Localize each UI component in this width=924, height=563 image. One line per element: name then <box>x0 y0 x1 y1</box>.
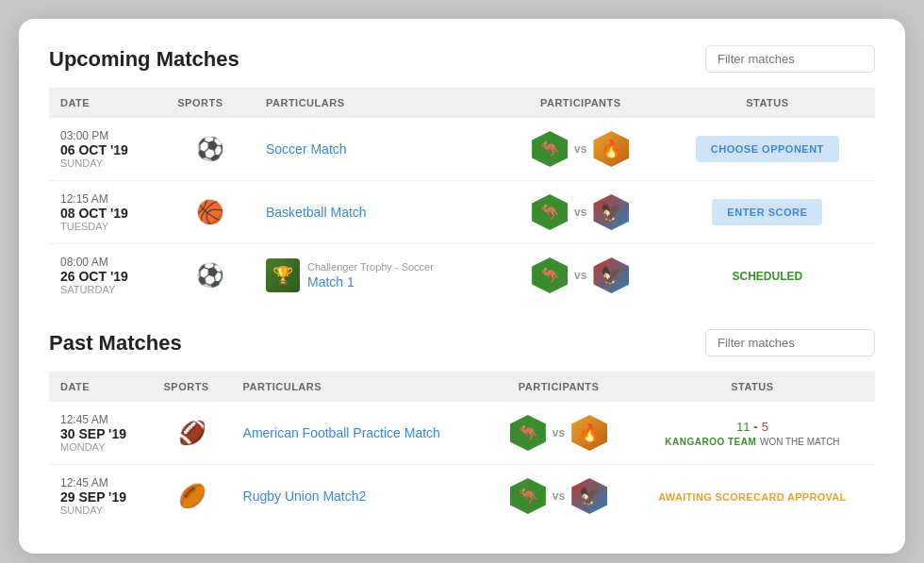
upcoming-table: DATE SPORTS PARTICULARS PARTICIPANTS STA… <box>49 88 875 306</box>
match-link[interactable]: Soccer Match <box>266 141 347 157</box>
team2-hex: 🦅 <box>592 193 630 231</box>
match-date: 06 OCT '19 <box>60 142 155 157</box>
team1-hex: 🦘 <box>509 477 547 515</box>
sport-cell: 🏈 <box>152 402 231 465</box>
particulars-cell: Rugby Union Match2 <box>232 465 488 528</box>
team1-hex: 🦘 <box>531 130 569 168</box>
match-date: 08 OCT '19 <box>60 206 155 221</box>
match-day: SUNDAY <box>60 505 140 516</box>
match-day: MONDAY <box>60 441 140 453</box>
vs-text: vs <box>553 489 565 503</box>
team1-hex: 🦘 <box>531 257 569 294</box>
upcoming-header-row: DATE SPORTS PARTICULARS PARTICIPANTS STA… <box>49 88 875 118</box>
match-link[interactable]: Match 1 <box>307 274 434 290</box>
match-day: SATURDAY <box>60 284 155 295</box>
col-date-past: DATE <box>49 372 152 402</box>
match-time: 03:00 PM <box>60 129 155 142</box>
match-date: 29 SEP '19 <box>60 489 140 505</box>
match-day: SUNDAY <box>60 157 155 169</box>
col-sports-upcoming: SPORTS <box>166 88 255 118</box>
trophy-badge: 🏆 <box>266 258 300 292</box>
match-time: 08:00 AM <box>60 256 155 269</box>
table-row: 12:45 AM 30 SEP '19 MONDAY 🏈 American Fo… <box>49 402 875 465</box>
team1-logo: 🦘 <box>532 257 568 293</box>
date-cell: 12:45 AM 29 SEP '19 SUNDAY <box>49 465 152 528</box>
choose-opponent-button[interactable]: CHOOSE OPPONENT <box>696 136 839 162</box>
col-date-upcoming: DATE <box>49 88 166 118</box>
table-row: 12:15 AM 08 OCT '19 TUESDAY 🏀 Basketball… <box>49 181 875 244</box>
date-cell: 12:15 AM 08 OCT '19 TUESDAY <box>49 181 166 244</box>
vs-text: vs <box>553 426 565 439</box>
basketball-icon: 🏀 <box>196 199 224 224</box>
enter-score-button[interactable]: ENTER SCORE <box>712 199 822 225</box>
particulars-cell: Basketball Match <box>255 181 502 244</box>
col-status-past: STATUS <box>630 372 875 402</box>
participants-cell: 🦘 vs 🔥 <box>487 402 630 465</box>
team2-logo: 🔥 <box>571 415 607 451</box>
match-link[interactable]: Basketball Match <box>266 205 367 220</box>
upcoming-filter-input[interactable] <box>705 45 875 73</box>
score-status: 11 - 5 KANGAROO TEAM WON THE MATCH <box>641 419 864 448</box>
date-cell: 12:45 AM 30 SEP '19 MONDAY <box>49 402 152 465</box>
team2-logo: 🔥 <box>593 131 629 167</box>
table-row: 03:00 PM 06 OCT '19 SUNDAY ⚽ Soccer Matc… <box>49 118 875 181</box>
upcoming-title: Upcoming Matches <box>49 47 239 72</box>
score-team-label: KANGAROO TEAM <box>665 437 756 447</box>
status-cell: AWAITING SCORECARD APPROVAL <box>630 465 875 528</box>
past-header-row: DATE SPORTS PARTICULARS PARTICIPANTS STA… <box>49 372 875 402</box>
scheduled-status: SCHEDULED <box>733 270 803 283</box>
sport-cell: 🏉 <box>152 465 231 528</box>
col-participants-upcoming: PARTICIPANTS <box>502 88 660 118</box>
sport-cell: ⚽ <box>166 118 255 181</box>
score-loser: 5 <box>762 420 768 434</box>
match-sub: Challenger Trophy - Soccer <box>307 261 434 273</box>
soccer-icon: ⚽ <box>196 136 224 161</box>
team2-hex: 🦅 <box>592 257 630 294</box>
status-cell: 11 - 5 KANGAROO TEAM WON THE MATCH <box>630 402 875 465</box>
soccer-icon: ⚽ <box>196 262 224 288</box>
team1-logo: 🦘 <box>532 194 568 230</box>
table-row: 12:45 AM 29 SEP '19 SUNDAY 🏉 Rugby Union… <box>49 465 875 528</box>
team2-hex: 🔥 <box>592 130 630 168</box>
match-date: 30 SEP '19 <box>60 426 140 441</box>
score-won-label: WON THE MATCH <box>760 437 840 447</box>
team1-logo: 🦘 <box>532 131 568 167</box>
match-link[interactable]: Rugby Union Match2 <box>243 488 367 504</box>
vs-text: vs <box>574 142 586 156</box>
participants-cell: 🦘 vs 🦅 <box>502 181 660 244</box>
participants-cell: 🦘 vs 🔥 <box>502 118 660 181</box>
team1-logo: 🦘 <box>510 478 546 514</box>
col-status-upcoming: STATUS <box>660 88 875 118</box>
particulars-cell: 🏆 Challenger Trophy - Soccer Match 1 <box>255 244 502 307</box>
past-filter-input[interactable] <box>705 329 875 356</box>
past-table: DATE SPORTS PARTICULARS PARTICIPANTS STA… <box>49 372 875 527</box>
table-row: 08:00 AM 26 OCT '19 SATURDAY ⚽ 🏆 Challen… <box>49 244 875 307</box>
rugby-icon: 🏉 <box>178 483 206 508</box>
main-card: Upcoming Matches DATE SPORTS PARTICULARS… <box>19 19 905 554</box>
status-cell: SCHEDULED <box>660 244 875 307</box>
team1-logo: 🦘 <box>510 415 546 451</box>
col-particulars-upcoming: PARTICULARS <box>255 88 502 118</box>
col-participants-past: PARTICIPANTS <box>487 372 630 402</box>
past-title: Past Matches <box>49 331 182 356</box>
upcoming-header: Upcoming Matches <box>49 45 875 73</box>
match-day: TUESDAY <box>60 221 155 232</box>
match-link[interactable]: American Football Practice Match <box>243 425 440 440</box>
status-cell: ENTER SCORE <box>660 181 875 244</box>
col-sports-past: SPORTS <box>152 372 231 402</box>
date-cell: 08:00 AM 26 OCT '19 SATURDAY <box>49 244 166 307</box>
match-time: 12:45 AM <box>60 476 140 489</box>
match-time: 12:15 AM <box>60 192 155 206</box>
american-football-icon: 🏈 <box>178 420 206 445</box>
team2-logo: 🦅 <box>593 257 629 293</box>
col-particulars-past: PARTICULARS <box>232 372 488 402</box>
match-time: 12:45 AM <box>60 413 140 426</box>
score-winner: 11 <box>736 420 750 434</box>
team2-hex: 🦅 <box>570 477 608 515</box>
team1-hex: 🦘 <box>531 193 569 231</box>
vs-text: vs <box>574 206 586 219</box>
particulars-cell: American Football Practice Match <box>232 402 488 465</box>
status-cell: CHOOSE OPPONENT <box>660 118 875 181</box>
score-line: 11 - 5 <box>641 419 864 434</box>
vs-text: vs <box>574 269 586 282</box>
